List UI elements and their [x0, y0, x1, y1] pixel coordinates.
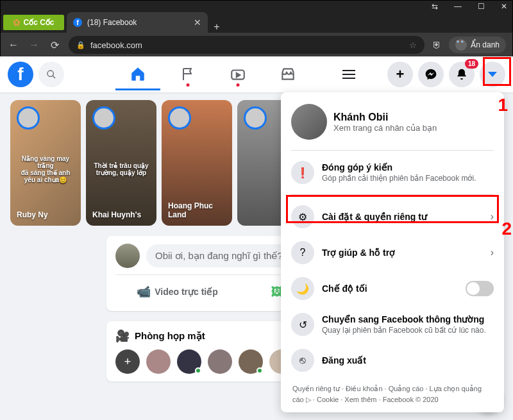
- incognito-label: Ẩn danh: [471, 40, 500, 49]
- window-maximize-icon[interactable]: ☐: [476, 2, 485, 11]
- incognito-badge[interactable]: Ẩn danh: [449, 37, 506, 53]
- profile-name: Khánh Obii: [333, 112, 437, 123]
- window-minimize-icon[interactable]: —: [453, 2, 462, 11]
- question-icon: ?: [291, 241, 314, 264]
- url-input[interactable]: 🔒 facebook.com ☆: [69, 36, 425, 54]
- close-tab-icon[interactable]: ✕: [194, 17, 201, 28]
- story-card[interactable]: Thời trẻ trâu quậy trường, quậy lớp Khai…: [86, 100, 156, 226]
- dropdown-classic-fb[interactable]: ↺ Chuyển sang Facebook thông thường Quay…: [286, 307, 499, 342]
- facebook-favicon-icon: f: [73, 18, 82, 27]
- create-button[interactable]: +: [387, 62, 413, 87]
- rooms-title: Phòng họp mặt: [135, 330, 205, 342]
- chevron-right-icon: ›: [491, 211, 494, 223]
- marketplace-icon: [280, 66, 296, 83]
- bell-icon: [455, 68, 468, 81]
- forward-icon[interactable]: →: [28, 39, 40, 51]
- annotation-number-2: 2: [501, 219, 512, 239]
- notification-badge: 18: [465, 59, 478, 69]
- story-avatar: [244, 106, 267, 130]
- plus-icon: +: [396, 66, 405, 83]
- svg-point-0: [47, 71, 53, 76]
- dropdown-dark-mode[interactable]: 🌙 Chế độ tối: [286, 271, 499, 307]
- back-icon[interactable]: ←: [7, 39, 20, 51]
- moon-icon: 🌙: [291, 277, 314, 300]
- dropdown-settings-privacy[interactable]: ⚙ Cài đặt & quyền riêng tư ›: [286, 199, 499, 235]
- classic-title: Chuyển sang Facebook thông thường: [322, 314, 486, 324]
- nav-pages[interactable]: [165, 58, 210, 90]
- messenger-button[interactable]: [418, 62, 444, 87]
- settings-label: Cài đặt & quyền riêng tư: [322, 212, 427, 222]
- home-icon: [130, 65, 146, 82]
- new-tab-button[interactable]: +: [208, 21, 226, 33]
- story-author: Hoang Phuc Land: [168, 201, 226, 219]
- notifications-button[interactable]: 18: [449, 62, 475, 87]
- logout-icon: ⎋: [291, 349, 314, 372]
- coccoc-brand-button[interactable]: Cốc Cốc: [3, 15, 64, 30]
- room-friend-avatar[interactable]: [146, 349, 171, 374]
- account-menu-button[interactable]: [480, 62, 505, 87]
- dark-mode-toggle[interactable]: [466, 281, 494, 296]
- dropdown-profile-link[interactable]: Khánh Obii Xem trang cá nhân của bạn: [286, 97, 499, 146]
- create-room-button[interactable]: +: [115, 349, 140, 374]
- logout-label: Đăng xuất: [322, 355, 366, 365]
- feedback-icon: ❗: [291, 161, 314, 184]
- live-video-button[interactable]: 📹Video trực tiếp: [115, 280, 239, 303]
- watch-icon: [230, 66, 246, 83]
- feedback-sub: Góp phần cải thiện phiên bản Facebook mớ…: [322, 174, 476, 183]
- room-friend-avatar[interactable]: [177, 349, 201, 374]
- gear-icon: ⚙: [291, 205, 314, 228]
- notification-dot-icon: [237, 83, 240, 87]
- account-dropdown: Khánh Obii Xem trang cá nhân của bạn ❗ Đ…: [281, 92, 504, 412]
- tab-title: (18) Facebook: [87, 18, 137, 27]
- avatar[interactable]: [115, 244, 140, 268]
- reload-icon[interactable]: ⟳: [48, 39, 61, 51]
- nav-watch[interactable]: [215, 58, 260, 90]
- switch-icon: ↺: [291, 313, 314, 336]
- story-caption: Nắng vàng may trắng đã sáng thế anh yêu …: [14, 155, 78, 183]
- story-card[interactable]: Hoang Phuc Land: [162, 100, 232, 226]
- online-dot-icon: [195, 367, 201, 374]
- facebook-logo-icon[interactable]: f: [8, 62, 33, 87]
- story-avatar: [92, 106, 115, 130]
- dropdown-footer-links[interactable]: Quyền riêng tư · Điều khoản · Quảng cáo …: [286, 378, 499, 407]
- nav-home[interactable]: [115, 58, 160, 90]
- messenger-icon: [425, 68, 437, 81]
- incognito-icon: [455, 39, 467, 51]
- window-swap-icon[interactable]: ⇆: [430, 2, 439, 11]
- browser-chrome: ⇆ — ☐ ✕ Cốc Cốc f (18) Facebook ✕ + ← → …: [1, 1, 512, 57]
- browser-tab-facebook[interactable]: f (18) Facebook ✕: [67, 12, 208, 33]
- video-camera-icon: 📹: [137, 285, 151, 299]
- help-label: Trợ giúp & hỗ trợ: [322, 248, 395, 258]
- right-nav: + 18: [387, 62, 505, 87]
- room-friend-avatar[interactable]: [208, 349, 232, 374]
- shield-icon[interactable]: ⛨: [432, 40, 441, 50]
- window-close-icon[interactable]: ✕: [500, 2, 509, 11]
- dropdown-help-support[interactable]: ? Trợ giúp & hỗ trợ ›: [286, 235, 499, 271]
- star-icon[interactable]: ☆: [409, 40, 417, 50]
- tab-strip: Cốc Cốc f (18) Facebook ✕ +: [1, 12, 512, 33]
- story-author: Khai Huynh's: [92, 210, 150, 219]
- rooms-camera-icon: 🎥: [115, 329, 130, 343]
- story-card[interactable]: Nắng vàng may trắng đã sáng thế anh yêu …: [10, 100, 81, 226]
- classic-sub: Quay lại phiên bản Facebook cũ bất cứ lú…: [322, 326, 486, 335]
- facebook-page: f +: [0, 56, 513, 420]
- search-button[interactable]: [38, 62, 64, 87]
- center-nav: [115, 58, 336, 90]
- flag-icon: [180, 67, 196, 82]
- room-friend-avatar[interactable]: [239, 349, 263, 374]
- live-video-label: Video trực tiếp: [155, 287, 218, 297]
- feedback-title: Đóng góp ý kiến: [322, 162, 476, 172]
- menu-hamburger[interactable]: [336, 62, 362, 87]
- address-bar-row: ← → ⟳ 🔒 facebook.com ☆ ⛨ Ẩn danh: [1, 33, 512, 57]
- story-avatar: [17, 106, 40, 130]
- story-author: Ruby Ny: [17, 210, 74, 219]
- story-caption: Thời trẻ trâu quậy trường, quậy lớp: [90, 162, 153, 176]
- profile-sublabel: Xem trang cá nhân của bạn: [333, 123, 437, 133]
- separator: [291, 150, 494, 151]
- nav-marketplace[interactable]: [265, 58, 310, 90]
- dropdown-feedback[interactable]: ❗ Đóng góp ý kiến Góp phần cải thiện phi…: [286, 155, 499, 190]
- avatar: [291, 104, 327, 140]
- window-titlebar: ⇆ — ☐ ✕: [1, 1, 512, 12]
- dropdown-logout[interactable]: ⎋ Đăng xuất: [286, 342, 499, 378]
- annotation-number-1: 1: [498, 95, 508, 115]
